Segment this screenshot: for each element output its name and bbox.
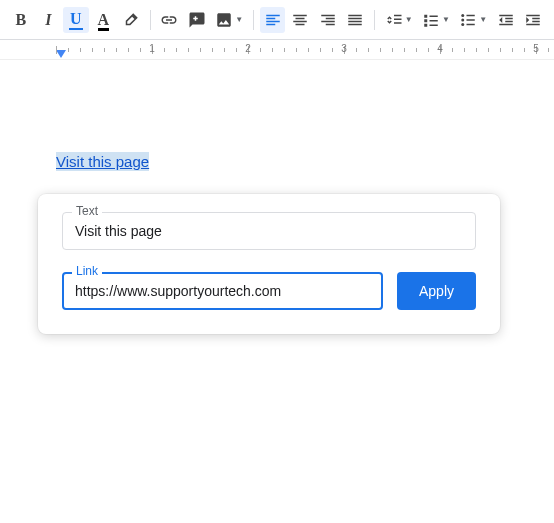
underline-label: U	[69, 10, 83, 30]
checklist-button[interactable]: ▼	[418, 7, 453, 33]
align-left-icon	[264, 11, 282, 29]
underline-button[interactable]: U	[63, 7, 89, 33]
comment-icon	[188, 11, 206, 29]
align-left-button[interactable]	[260, 7, 286, 33]
line-spacing-icon	[385, 11, 403, 29]
svg-point-2	[462, 23, 465, 26]
bold-label: B	[15, 11, 26, 29]
separator	[150, 10, 151, 30]
insert-link-button[interactable]	[157, 7, 183, 33]
highlight-button[interactable]	[118, 7, 144, 33]
increase-indent-button[interactable]	[520, 7, 546, 33]
align-justify-icon	[346, 11, 364, 29]
bulleted-list-button[interactable]: ▼	[456, 7, 491, 33]
chevron-down-icon: ▼	[442, 15, 450, 24]
line-spacing-button[interactable]: ▼	[381, 7, 416, 33]
bold-button[interactable]: B	[8, 7, 34, 33]
separator	[374, 10, 375, 30]
text-color-label: A	[98, 11, 110, 29]
bullet-list-icon	[459, 11, 477, 29]
svg-point-1	[462, 18, 465, 21]
checklist-icon	[422, 11, 440, 29]
text-color-button[interactable]: A	[91, 7, 117, 33]
link-field-label: Link	[72, 264, 102, 278]
hyperlink-text[interactable]: Visit this page	[56, 152, 149, 171]
link-field-container: Link	[62, 272, 383, 310]
link-input[interactable]	[62, 272, 383, 310]
insert-image-button[interactable]: ▼	[212, 7, 247, 33]
chevron-down-icon: ▼	[405, 15, 413, 24]
link-icon	[160, 11, 178, 29]
text-field-container: Text	[62, 212, 476, 250]
text-field-label: Text	[72, 204, 102, 218]
italic-button[interactable]: I	[36, 7, 62, 33]
add-comment-button[interactable]	[184, 7, 210, 33]
apply-button[interactable]: Apply	[397, 272, 476, 310]
outdent-icon	[497, 11, 515, 29]
text-input[interactable]	[62, 212, 476, 250]
separator	[253, 10, 254, 30]
ruler[interactable]: 12345	[0, 40, 554, 60]
align-right-button[interactable]	[315, 7, 341, 33]
svg-point-0	[462, 14, 465, 17]
italic-label: I	[45, 11, 51, 29]
image-icon	[215, 11, 233, 29]
formatting-toolbar: B I U A ▼ ▼ ▼ ▼	[0, 0, 554, 40]
align-justify-button[interactable]	[342, 7, 368, 33]
chevron-down-icon: ▼	[479, 15, 487, 24]
align-center-icon	[291, 11, 309, 29]
chevron-down-icon: ▼	[235, 15, 243, 24]
indent-marker[interactable]	[56, 50, 66, 58]
highlight-icon	[122, 11, 140, 29]
align-center-button[interactable]	[287, 7, 313, 33]
align-right-icon	[319, 11, 337, 29]
indent-icon	[524, 11, 542, 29]
insert-link-dialog: Text Link Apply	[38, 194, 500, 334]
decrease-indent-button[interactable]	[493, 7, 519, 33]
